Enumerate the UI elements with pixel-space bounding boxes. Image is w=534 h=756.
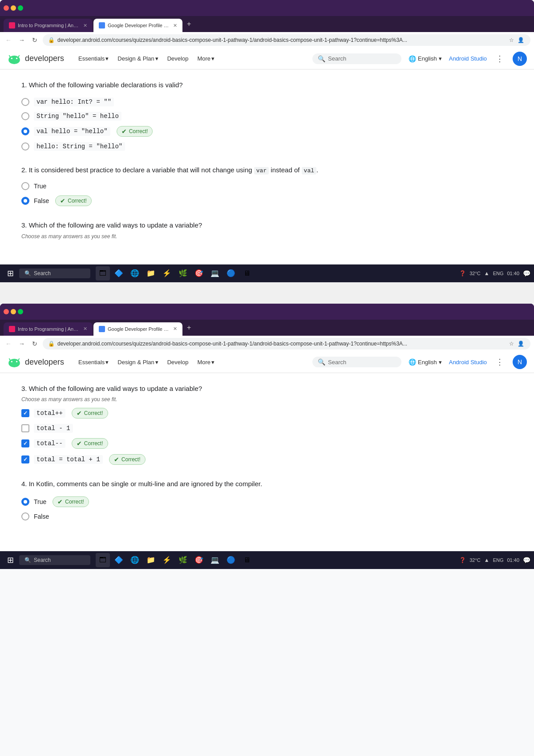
taskbar-app-1[interactable]: 🗔 <box>96 266 110 280</box>
taskbar-app-16[interactable]: 🌿 <box>176 553 190 567</box>
url-icons-2: ☆ 👤 <box>508 340 525 348</box>
refresh-btn-1[interactable]: ↻ <box>30 35 39 45</box>
tab-close-1[interactable]: ✕ <box>83 23 87 28</box>
nav-more-2[interactable]: More ▾ <box>194 357 218 367</box>
forward-btn-2[interactable]: → <box>17 338 27 349</box>
tab-favicon-1 <box>9 22 15 28</box>
taskbar-app-4[interactable]: 📁 <box>144 266 158 280</box>
nav-links-2: Essentials ▾ Design & Plan ▾ Develop Mor… <box>75 357 218 367</box>
tab-google-1[interactable]: Google Developer Profile | Goo... ✕ <box>93 19 182 32</box>
taskbar-app-6[interactable]: 🌿 <box>176 266 190 280</box>
nav-lang-2[interactable]: 🌐 English ▾ <box>409 358 442 366</box>
option-4-1[interactable]: True ✔ Correct! <box>21 496 513 507</box>
close-btn-2[interactable] <box>4 309 9 314</box>
taskbar-app-7[interactable]: 🎯 <box>192 266 206 280</box>
taskbar-app-13[interactable]: 🌐 <box>128 553 142 567</box>
tab-close-4[interactable]: ✕ <box>173 326 177 332</box>
nav-more-dots-1[interactable]: ⋮ <box>494 52 506 65</box>
tab-close-3[interactable]: ✕ <box>83 326 87 332</box>
start-btn-2[interactable]: ⊞ <box>4 553 17 567</box>
tab-google-2[interactable]: Google Developer Profile | Goo... ✕ <box>93 322 182 336</box>
taskbar-app-12[interactable]: 🔷 <box>112 553 126 567</box>
bookmark-btn-1[interactable]: ☆ <box>508 36 515 44</box>
radio-1-1[interactable] <box>21 98 29 106</box>
radio-4-2[interactable] <box>21 512 29 520</box>
option-1-2[interactable]: String "hello" = hello <box>21 112 513 121</box>
radio-1-2[interactable] <box>21 112 29 120</box>
logo-text-1: developers <box>25 54 64 63</box>
checkbox-3-3[interactable] <box>21 439 29 447</box>
url-bar-1[interactable]: 🔒 developer.android.com/courses/quizzes/… <box>43 34 530 46</box>
option-1-4[interactable]: hello: String = "hello" <box>21 142 513 151</box>
option-3-2[interactable]: total - 1 <box>21 424 513 433</box>
nav-lang-1[interactable]: 🌐 English ▾ <box>409 55 442 62</box>
bookmark-btn-2[interactable]: ☆ <box>508 340 515 348</box>
option-3-4[interactable]: total = total + 1 ✔ Correct! <box>21 454 513 465</box>
nav-develop-2[interactable]: Develop <box>164 357 192 367</box>
back-btn-2[interactable]: ← <box>4 338 13 349</box>
taskbar-app-9[interactable]: 🔵 <box>224 266 238 280</box>
nav-essentials-1[interactable]: Essentials ▾ <box>75 53 112 64</box>
taskbar-search-2[interactable]: 🔍 Search <box>19 555 90 565</box>
taskbar-app-8[interactable]: 💻 <box>208 266 222 280</box>
nav-essentials-2[interactable]: Essentials ▾ <box>75 357 112 367</box>
new-tab-btn-1[interactable]: + <box>183 19 194 29</box>
checkbox-3-2[interactable] <box>21 424 29 432</box>
taskbar-app-2[interactable]: 🔷 <box>112 266 126 280</box>
radio-4-1[interactable] <box>21 498 29 506</box>
nav-search-1[interactable]: 🔍 Search <box>312 53 401 64</box>
taskbar-2: ⊞ 🔍 Search 🗔 🔷 🌐 📁 ⚡ 🌿 🎯 💻 🔵 <box>0 551 534 569</box>
nav-search-2[interactable]: 🔍 Search <box>312 357 401 367</box>
nav-design-2[interactable]: Design & Plan ▾ <box>114 357 162 367</box>
option-3-3[interactable]: total-- ✔ Correct! <box>21 438 513 449</box>
taskbar-app-15[interactable]: ⚡ <box>160 553 174 567</box>
forward-btn-1[interactable]: → <box>17 35 27 45</box>
taskbar-app-5[interactable]: ⚡ <box>160 266 174 280</box>
option-4-2[interactable]: False <box>21 512 513 520</box>
user-avatar-1[interactable]: N <box>513 52 527 66</box>
taskbar-search-1[interactable]: 🔍 Search <box>19 268 90 278</box>
option-1-1[interactable]: var hello: Int? = "" <box>21 98 513 106</box>
radio-1-3[interactable] <box>21 127 29 135</box>
option-2-2[interactable]: False ✔ Correct! <box>21 195 513 206</box>
taskbar-app-14[interactable]: 📁 <box>144 553 158 567</box>
option-2-1[interactable]: True <box>21 182 513 190</box>
checkbox-3-1[interactable] <box>21 409 29 417</box>
start-btn-1[interactable]: ⊞ <box>4 267 17 280</box>
taskbar-app-3[interactable]: 🌐 <box>128 266 142 280</box>
android-studio-btn-1[interactable]: Android Studio <box>449 55 487 62</box>
taskbar-app-11[interactable]: 🗔 <box>96 553 110 567</box>
tab-intro-1[interactable]: Intro to Programming | Androi... ✕ <box>4 19 93 32</box>
profile-btn-2[interactable]: 👤 <box>517 340 525 348</box>
minimize-btn-2[interactable] <box>11 309 16 314</box>
option-label-2-1: True <box>34 183 46 190</box>
nav-more-dots-2[interactable]: ⋮ <box>494 355 506 369</box>
close-btn-1[interactable] <box>4 5 9 11</box>
profile-btn-1[interactable]: 👤 <box>517 36 525 44</box>
minimize-btn-1[interactable] <box>11 5 16 11</box>
nav-develop-1[interactable]: Develop <box>164 53 192 64</box>
new-tab-btn-2[interactable]: + <box>183 323 194 333</box>
maximize-btn-2[interactable] <box>18 309 23 314</box>
option-1-3[interactable]: val hello = "hello" ✔ Correct! <box>21 126 513 137</box>
back-btn-1[interactable]: ← <box>4 35 13 45</box>
option-3-1[interactable]: total++ ✔ Correct! <box>21 408 513 419</box>
maximize-btn-1[interactable] <box>18 5 23 11</box>
radio-2-1[interactable] <box>21 182 29 190</box>
checkbox-3-4[interactable] <box>21 455 29 463</box>
nav-design-1[interactable]: Design & Plan ▾ <box>114 53 162 64</box>
radio-2-2[interactable] <box>21 197 29 205</box>
android-studio-btn-2[interactable]: Android Studio <box>449 359 487 366</box>
taskbar-app-10[interactable]: 🖥 <box>240 266 254 280</box>
radio-1-4[interactable] <box>21 142 29 150</box>
tab-close-2[interactable]: ✕ <box>173 23 177 28</box>
url-bar-2[interactable]: 🔒 developer.android.com/courses/quizzes/… <box>43 338 530 350</box>
nav-more-1[interactable]: More ▾ <box>194 53 218 64</box>
taskbar-app-20[interactable]: 🖥 <box>240 553 254 567</box>
user-avatar-2[interactable]: N <box>513 355 527 369</box>
taskbar-app-18[interactable]: 💻 <box>208 553 222 567</box>
refresh-btn-2[interactable]: ↻ <box>30 338 39 349</box>
taskbar-app-17[interactable]: 🎯 <box>192 553 206 567</box>
taskbar-app-19[interactable]: 🔵 <box>224 553 238 567</box>
tab-intro-2[interactable]: Intro to Programming | Androi... ✕ <box>4 322 93 336</box>
